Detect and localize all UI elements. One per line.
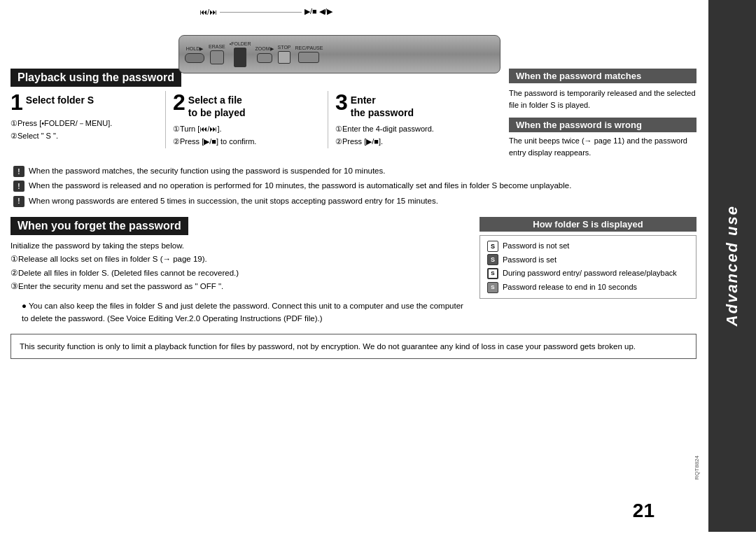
rec-button-group: REC/PAUSE bbox=[295, 45, 323, 63]
disclaimer-box: This security function is only to limit … bbox=[10, 334, 696, 359]
forget-intro: Initialize the password by taking the st… bbox=[10, 239, 469, 253]
note-icon-1: ! bbox=[13, 166, 24, 177]
folder-item-1: S Password is not set bbox=[487, 239, 689, 253]
page-number: 21 bbox=[633, 500, 654, 522]
forget-step1: ①Release all locks set on files in folde… bbox=[10, 253, 469, 267]
forget-content: Initialize the password by taking the st… bbox=[10, 239, 469, 294]
left-content: Playback using the password 1 Select fol… bbox=[10, 69, 490, 158]
zoom-button-group: ZOOM▶ bbox=[255, 46, 274, 63]
forget-step3: ③Enter the security menu and set the pas… bbox=[10, 280, 469, 294]
step3-sub1: ①Enter the 4-digit password. bbox=[335, 123, 483, 136]
step3-block: 3 Enter the password ①Enter the 4-digit … bbox=[335, 91, 490, 148]
step2-sub1: ①Turn [⏮/⏭]. bbox=[173, 123, 321, 136]
forget-section: When you forget the password Initialize … bbox=[10, 217, 696, 325]
wrong-text: The unit beeps twice (→ page 11) and the… bbox=[509, 135, 696, 158]
erase-button-group: ERASE bbox=[209, 44, 225, 64]
forget-left: When you forget the password Initialize … bbox=[10, 217, 469, 325]
top-section: Playback using the password 1 Select fol… bbox=[10, 69, 696, 158]
step1-instructions: ①Press [•FOLDER/－MENU]. ②Select " S ". bbox=[10, 118, 158, 142]
folder-item-1-text: Password is not set bbox=[503, 239, 569, 253]
forget-step2: ②Delete all files in folder S. (Deleted … bbox=[10, 267, 469, 281]
matches-text: The password is temporarily released and… bbox=[509, 87, 696, 111]
section1-header: Playback using the password bbox=[10, 69, 181, 87]
three-steps: 1 Select folder S ①Press [•FOLDER/－MENU]… bbox=[10, 91, 490, 148]
advanced-sidebar: Advanced use bbox=[708, 0, 756, 532]
note-icon-3: ! bbox=[13, 196, 24, 207]
step3-sub2: ②Press [▶/■]. bbox=[335, 136, 483, 148]
rqt-code: RQT8824 bbox=[694, 456, 700, 480]
step2-block: 2 Select a file to be played ①Turn [⏮/⏭]… bbox=[173, 91, 328, 148]
advanced-text: Advanced use bbox=[723, 205, 741, 326]
step1-title: Select folder S bbox=[26, 94, 94, 106]
step1-sub2: ②Select " S ". bbox=[10, 130, 158, 143]
wrong-header: When the password is wrong bbox=[509, 118, 696, 132]
left-arrow-indicator: ⏮/⏭ bbox=[200, 8, 217, 16]
forget-header: When you forget the password bbox=[10, 217, 188, 235]
computer-note: ● You can also keep the files in folder … bbox=[10, 299, 469, 325]
hold-button-group: HOLD▶ bbox=[185, 46, 204, 63]
folder-item-3-text: During password entry/ password release/… bbox=[503, 267, 677, 281]
s-icon-lock-filled: S bbox=[487, 282, 498, 293]
step1-sub1: ①Press [•FOLDER/－MENU]. bbox=[10, 118, 158, 130]
step2-instructions: ①Turn [⏮/⏭]. ②Press [▶/■] to confirm. bbox=[173, 123, 321, 148]
note-item-2: ! When the password is released and no o… bbox=[13, 180, 694, 192]
step2-header: 2 Select a file to be played bbox=[173, 91, 321, 119]
device-area: ⏮/⏭ ————————————— ▶/■ ◀/▶ HOLD▶ ERASE • bbox=[10, 7, 696, 63]
step3-instructions: ①Enter the 4-digit password. ②Press [▶/■… bbox=[335, 123, 483, 148]
note-item-3: ! When wrong passwords are entered 5 tim… bbox=[13, 195, 694, 207]
right-arrow-indicator: ▶/■ ◀/▶ bbox=[304, 7, 332, 16]
step1-header: 1 Select folder S bbox=[10, 91, 158, 113]
main-content: ⏮/⏭ ————————————— ▶/■ ◀/▶ HOLD▶ ERASE • bbox=[0, 0, 707, 536]
notes-section: ! When the password matches, the securit… bbox=[10, 165, 696, 207]
step2-sub2: ②Press [▶/■] to confirm. bbox=[173, 136, 321, 148]
folder-item-2-text: Password is set bbox=[503, 253, 556, 267]
step2-number: 2 bbox=[173, 91, 186, 113]
note-text-3: When wrong passwords are entered 5 times… bbox=[29, 195, 438, 207]
step3-title: Enter the password bbox=[351, 94, 414, 119]
folder-item-2: S Password is set bbox=[487, 253, 689, 267]
step3-number: 3 bbox=[335, 91, 348, 113]
right-panel: When the password matches The password i… bbox=[500, 69, 696, 158]
note-icon-2: ! bbox=[13, 181, 24, 192]
s-icon-filled: S bbox=[487, 254, 498, 265]
step1-block: 1 Select folder S ①Press [•FOLDER/－MENU]… bbox=[10, 91, 166, 148]
note-text-2: When the password is released and no ope… bbox=[29, 180, 571, 192]
stop-button-group: STOP bbox=[278, 45, 291, 64]
s-icon-empty: S bbox=[487, 241, 498, 252]
note-text-1: When the password matches, the security … bbox=[29, 165, 385, 177]
step3-header: 3 Enter the password bbox=[335, 91, 483, 119]
step1-number: 1 bbox=[10, 91, 23, 113]
step2-title: Select a file to be played bbox=[188, 94, 246, 119]
folder-button-group: •FOLDER bbox=[230, 41, 251, 67]
folder-item-4: S Password release to end in 10 seconds bbox=[487, 281, 689, 295]
folder-item-4-text: Password release to end in 10 seconds bbox=[503, 281, 637, 295]
note-item-1: ! When the password matches, the securit… bbox=[13, 165, 694, 177]
forget-right: How folder S is displayed S Password is … bbox=[479, 217, 696, 325]
folder-item-3: S During password entry/ password releas… bbox=[487, 267, 689, 281]
folder-display-content: S Password is not set S Password is set … bbox=[479, 235, 696, 299]
folder-display-header: How folder S is displayed bbox=[479, 217, 696, 232]
matches-header: When the password matches bbox=[509, 69, 696, 83]
s-icon-lock-outline: S bbox=[487, 268, 498, 279]
